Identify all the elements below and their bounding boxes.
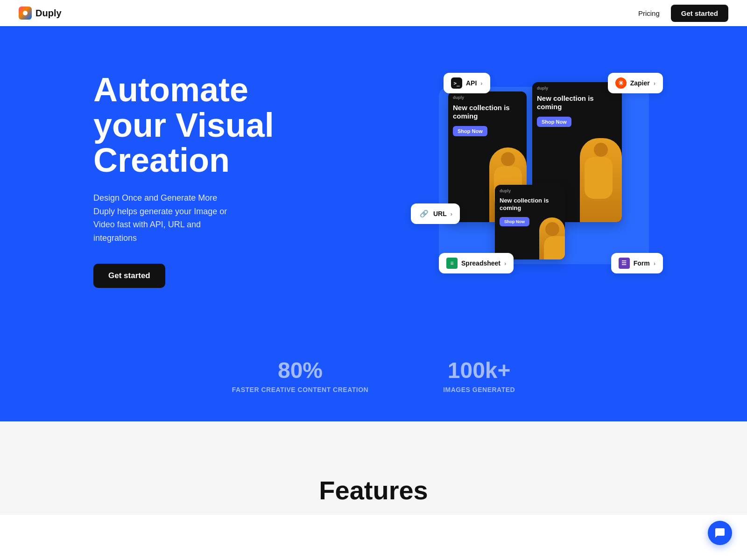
form-icon: ☰: [619, 258, 630, 269]
get-started-hero-button[interactable]: Get started: [93, 264, 165, 288]
stat-label-2: Images Generated: [443, 386, 515, 393]
api-label: API: [466, 79, 477, 87]
stat-label-1: Faster Creative Content Creation: [232, 386, 368, 393]
pricing-link[interactable]: Pricing: [638, 9, 660, 17]
card-title-2: New collection is coming: [532, 92, 622, 115]
spreadsheet-icon: ≡: [446, 258, 458, 269]
chat-button[interactable]: [708, 521, 732, 545]
zapier-chevron-icon: ›: [654, 80, 655, 87]
stat-number-2: 100k+: [443, 357, 515, 383]
form-pill[interactable]: ☰ Form ›: [611, 253, 663, 273]
card-figure-2: [580, 138, 622, 222]
stat-number-1: 80%: [232, 357, 368, 383]
card-brand-3: duply: [495, 185, 565, 195]
api-pill[interactable]: >_ API ›: [444, 73, 490, 93]
stat-item-2: 100k+ Images Generated: [443, 357, 515, 393]
card-cta-3: Shop Now: [500, 217, 529, 226]
zapier-pill[interactable]: ✳ Zapier ›: [608, 73, 663, 93]
api-icon: >_: [451, 77, 462, 89]
stat-item-1: 80% Faster Creative Content Creation: [232, 357, 368, 393]
card-cta-2: Shop Now: [537, 117, 571, 127]
navbar: Duply Pricing Get started: [0, 0, 747, 26]
hero-description: Design Once and Generate More Duply help…: [93, 191, 317, 245]
hero-visual: duply New collection is coming Shop Now …: [411, 63, 672, 297]
nav-right: Pricing Get started: [638, 5, 728, 22]
card-figure-3: [539, 217, 565, 259]
logo-text: Duply: [35, 8, 62, 19]
features-title: Features: [319, 475, 428, 505]
card-title-1: New collection is coming: [448, 102, 527, 124]
url-pill[interactable]: 🔗 URL ›: [411, 203, 460, 224]
features-section: Features: [0, 421, 747, 515]
mock-card-3: duply New collection is coming Shop Now: [495, 185, 565, 259]
zapier-label: Zapier: [630, 79, 650, 87]
api-chevron-icon: ›: [480, 80, 482, 87]
get-started-nav-button[interactable]: Get started: [671, 5, 728, 22]
url-chevron-icon: ›: [451, 210, 452, 217]
form-label: Form: [634, 259, 650, 267]
hero-left: Automate your Visual Creation Design Onc…: [93, 72, 317, 288]
logo-icon: [19, 7, 32, 20]
hero-section: Automate your Visual Creation Design Onc…: [0, 0, 747, 421]
card-cta-1: Shop Now: [453, 126, 487, 136]
hero-title: Automate your Visual Creation: [93, 72, 317, 178]
hero-inner: Automate your Visual Creation Design Onc…: [0, 26, 747, 334]
url-label: URL: [433, 210, 447, 217]
stats-row: 80% Faster Creative Content Creation 100…: [0, 334, 747, 421]
spreadsheet-pill[interactable]: ≡ Spreadsheet ›: [439, 253, 514, 273]
zapier-icon: ✳: [615, 77, 627, 89]
chat-icon: [714, 527, 726, 539]
card-title-3: New collection is coming: [495, 195, 565, 215]
url-icon: 🔗: [418, 208, 430, 219]
spreadsheet-chevron-icon: ›: [504, 260, 506, 267]
spreadsheet-label: Spreadsheet: [461, 259, 500, 267]
form-chevron-icon: ›: [654, 260, 655, 267]
logo[interactable]: Duply: [19, 7, 62, 20]
cards-area: duply New collection is coming Shop Now …: [448, 91, 622, 222]
